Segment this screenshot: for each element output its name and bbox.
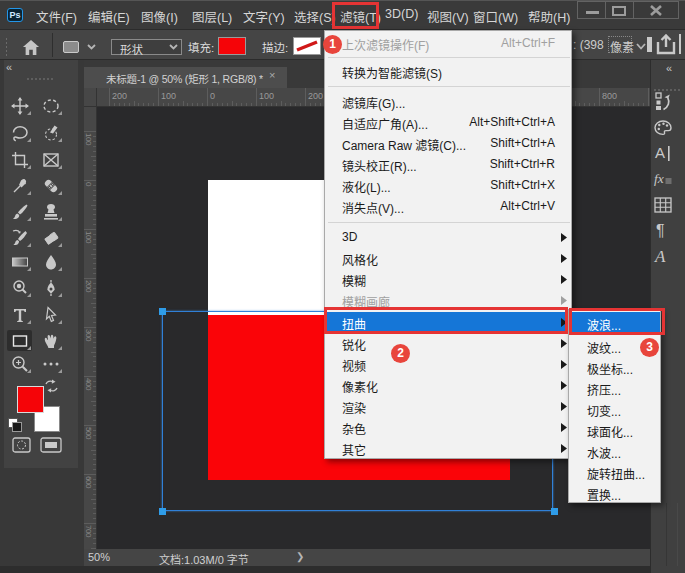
svg-text:¶: ¶ — [656, 222, 665, 239]
svg-text:A: A — [655, 144, 665, 161]
svg-text:A: A — [654, 247, 666, 266]
svg-text:fx: fx — [654, 171, 664, 186]
